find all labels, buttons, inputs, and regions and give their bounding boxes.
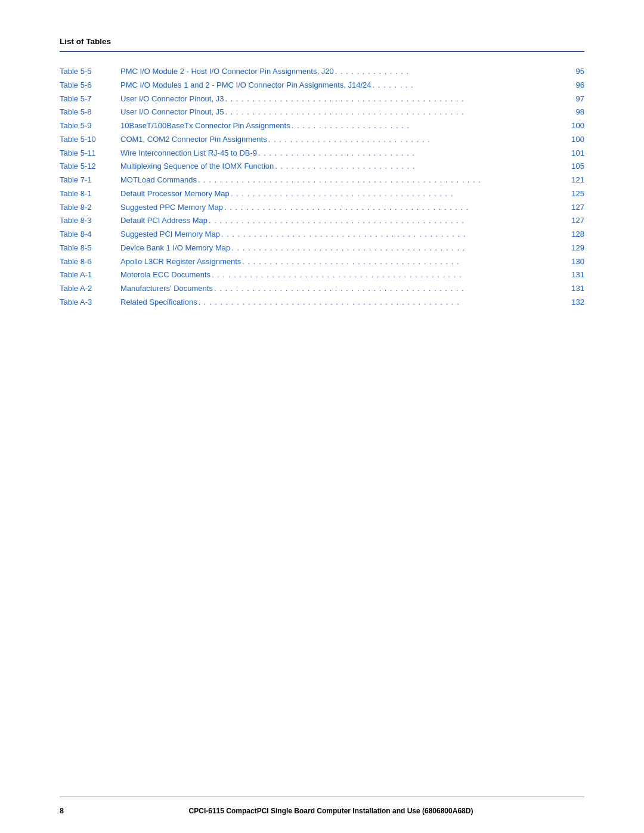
list-item[interactable]: Table 5-6PMC I/O Modules 1 and 2 - PMC I… xyxy=(60,79,584,92)
toc-entry-page: 96 xyxy=(566,79,584,92)
list-item[interactable]: Table 5-5PMC I/O Module 2 - Host I/O Con… xyxy=(60,65,584,79)
toc-entry-dots: . . . . . . . . . . . . . . . . . . . . … xyxy=(209,214,565,228)
list-item[interactable]: Table 8-3Default PCI Address Map . . . .… xyxy=(60,214,584,228)
toc-entry-label[interactable]: Table 8-4 xyxy=(60,228,113,241)
toc-entry-page: 100 xyxy=(566,133,584,147)
toc-entry-page: 97 xyxy=(566,92,584,106)
list-item[interactable]: Table A-1Motorola ECC Documents . . . . … xyxy=(60,268,584,282)
footer-document-title: CPCI-6115 CompactPCI Single Board Comput… xyxy=(78,807,584,815)
toc-entry-label[interactable]: Table 7-1 xyxy=(60,174,113,187)
toc-entry-label[interactable]: Table 5-8 xyxy=(60,106,113,119)
list-item[interactable]: Table 8-6Apollo L3CR Register Assignment… xyxy=(60,255,584,269)
toc-entry-title[interactable]: Multiplexing Sequence of the IOMX Functi… xyxy=(120,160,274,174)
toc-entry-dots: . . . . . . . . . . . . . . . . . . . . … xyxy=(275,160,565,174)
toc-entry-dots: . . . . . . . . . . . . . . . . . . . . … xyxy=(221,228,565,241)
toc-entry-dots: . . . . . . . . . . . . . . . . . . . . … xyxy=(199,296,565,309)
toc-entry-title[interactable]: COM1, COM2 Connector Pin Assignments xyxy=(120,133,267,147)
toc-entry-page: 132 xyxy=(566,296,584,309)
toc-entry-title[interactable]: Suggested PPC Memory Map xyxy=(120,201,223,215)
toc-entry-title[interactable]: Device Bank 1 I/O Memory Map xyxy=(120,241,230,255)
toc-entry-page: 121 xyxy=(566,174,584,187)
toc-entry-dots: . . . . . . . . . . . . . . xyxy=(335,65,565,79)
toc-entry-label[interactable]: Table A-2 xyxy=(60,282,113,296)
list-item[interactable]: Table 5-12Multiplexing Sequence of the I… xyxy=(60,160,584,174)
toc-entry-page: 127 xyxy=(566,214,584,228)
toc-entry-dots: . . . . . . . . . . . . . . . . . . . . … xyxy=(214,282,565,296)
toc-entry-page: 100 xyxy=(566,119,584,133)
toc-entry-label[interactable]: Table 5-6 xyxy=(60,79,113,92)
toc-entry-title[interactable]: Related Specifications xyxy=(120,296,197,309)
section-header: List of Tables xyxy=(60,36,584,47)
toc-entry-title[interactable]: PMC I/O Modules 1 and 2 - PMC I/O Connec… xyxy=(120,79,371,92)
toc-entry-dots: . . . . . . . . . . . . . . . . . . . . … xyxy=(198,174,565,187)
toc-entry-label[interactable]: Table 5-9 xyxy=(60,119,113,133)
toc-entry-title[interactable]: MOTLoad Commands xyxy=(120,174,197,187)
toc-entry-page: 125 xyxy=(566,187,584,201)
toc-entry-page: 127 xyxy=(566,201,584,215)
toc-entry-label[interactable]: Table 8-6 xyxy=(60,255,113,269)
toc-entry-page: 131 xyxy=(566,282,584,296)
toc-entry-title[interactable]: PMC I/O Module 2 - Host I/O Connector Pi… xyxy=(120,65,334,79)
toc-entry-dots: . . . . . . . . . . . . . . . . . . . . … xyxy=(242,255,565,269)
toc-entry-page: 131 xyxy=(566,268,584,282)
list-item[interactable]: Table 5-11Wire Interconnection List RJ-4… xyxy=(60,147,584,160)
toc-entry-title[interactable]: Motorola ECC Documents xyxy=(120,268,210,282)
toc-entry-label[interactable]: Table 5-12 xyxy=(60,160,113,174)
toc-entry-label[interactable]: Table 5-10 xyxy=(60,133,113,147)
list-item[interactable]: Table 5-10COM1, COM2 Connector Pin Assig… xyxy=(60,133,584,147)
page-container: List of Tables Table 5-5PMC I/O Module 2… xyxy=(0,0,644,833)
list-item[interactable]: Table 8-5Device Bank 1 I/O Memory Map . … xyxy=(60,241,584,255)
list-item[interactable]: Table 5-8User I/O Connector Pinout, J5 .… xyxy=(60,106,584,119)
toc-entry-title[interactable]: Suggested PCI Memory Map xyxy=(120,228,220,241)
toc-entry-dots: . . . . . . . . . . . . . . . . . . . . … xyxy=(212,268,565,282)
toc-entry-page: 130 xyxy=(566,255,584,269)
toc-entry-title[interactable]: Default PCI Address Map xyxy=(120,214,208,228)
toc-entry-title[interactable]: Wire Interconnection List RJ-45 to DB-9 xyxy=(120,147,257,160)
toc-entry-dots: . . . . . . . . xyxy=(373,79,565,92)
list-item[interactable]: Table A-3Related Specifications . . . . … xyxy=(60,296,584,309)
footer-page-number: 8 xyxy=(60,807,78,815)
toc-entry-page: 128 xyxy=(566,228,584,241)
toc-entry-dots: . . . . . . . . . . . . . . . . . . . . … xyxy=(224,201,565,215)
toc-entry-dots: . . . . . . . . . . . . . . . . . . . . … xyxy=(292,119,565,133)
section-heading: List of Tables xyxy=(60,37,111,46)
toc-entry-title[interactable]: Apollo L3CR Register Assignments xyxy=(120,255,241,269)
toc-entry-title[interactable]: Manufacturers' Documents xyxy=(120,282,213,296)
toc-entry-label[interactable]: Table 8-3 xyxy=(60,214,113,228)
toc-entry-label[interactable]: Table 8-1 xyxy=(60,187,113,201)
toc-entry-dots: . . . . . . . . . . . . . . . . . . . . … xyxy=(225,92,565,106)
toc-entry-label[interactable]: Table 5-11 xyxy=(60,147,113,160)
list-item[interactable]: Table 8-4Suggested PCI Memory Map . . . … xyxy=(60,228,584,241)
toc-entry-dots: . . . . . . . . . . . . . . . . . . . . … xyxy=(225,106,565,119)
toc-entry-label[interactable]: Table 5-5 xyxy=(60,65,113,79)
list-item[interactable]: Table 7-1MOTLoad Commands . . . . . . . … xyxy=(60,174,584,187)
toc-entry-title[interactable]: User I/O Connector Pinout, J5 xyxy=(120,106,224,119)
toc-entry-page: 105 xyxy=(566,160,584,174)
toc-entry-dots: . . . . . . . . . . . . . . . . . . . . … xyxy=(268,133,565,147)
toc-entry-title[interactable]: 10BaseT/100BaseTx Connector Pin Assignme… xyxy=(120,119,290,133)
toc-entry-page: 98 xyxy=(566,106,584,119)
list-item[interactable]: Table 5-7User I/O Connector Pinout, J3 .… xyxy=(60,92,584,106)
toc-entry-title[interactable]: User I/O Connector Pinout, J3 xyxy=(120,92,224,106)
footer-divider xyxy=(60,797,584,797)
toc-entry-page: 95 xyxy=(566,65,584,79)
toc-entry-label[interactable]: Table 5-7 xyxy=(60,92,113,106)
toc-entry-page: 101 xyxy=(566,147,584,160)
toc-entry-label[interactable]: Table A-1 xyxy=(60,268,113,282)
toc-entry-label[interactable]: Table 8-2 xyxy=(60,201,113,215)
list-item[interactable]: Table 8-2Suggested PPC Memory Map . . . … xyxy=(60,201,584,215)
toc-list: Table 5-5PMC I/O Module 2 - Host I/O Con… xyxy=(60,65,584,309)
list-item[interactable]: Table 8-1Default Processor Memory Map . … xyxy=(60,187,584,201)
section-divider xyxy=(60,51,584,52)
toc-entry-title[interactable]: Default Processor Memory Map xyxy=(120,187,230,201)
toc-entry-label[interactable]: Table 8-5 xyxy=(60,241,113,255)
list-item[interactable]: Table 5-910BaseT/100BaseTx Connector Pin… xyxy=(60,119,584,133)
footer: 8 CPCI-6115 CompactPCI Single Board Comp… xyxy=(0,807,644,815)
toc-entry-dots: . . . . . . . . . . . . . . . . . . . . … xyxy=(258,147,565,160)
toc-entry-label[interactable]: Table A-3 xyxy=(60,296,113,309)
toc-entry-dots: . . . . . . . . . . . . . . . . . . . . … xyxy=(231,241,565,255)
list-item[interactable]: Table A-2Manufacturers' Documents . . . … xyxy=(60,282,584,296)
toc-entry-page: 129 xyxy=(566,241,584,255)
toc-entry-dots: . . . . . . . . . . . . . . . . . . . . … xyxy=(231,187,565,201)
